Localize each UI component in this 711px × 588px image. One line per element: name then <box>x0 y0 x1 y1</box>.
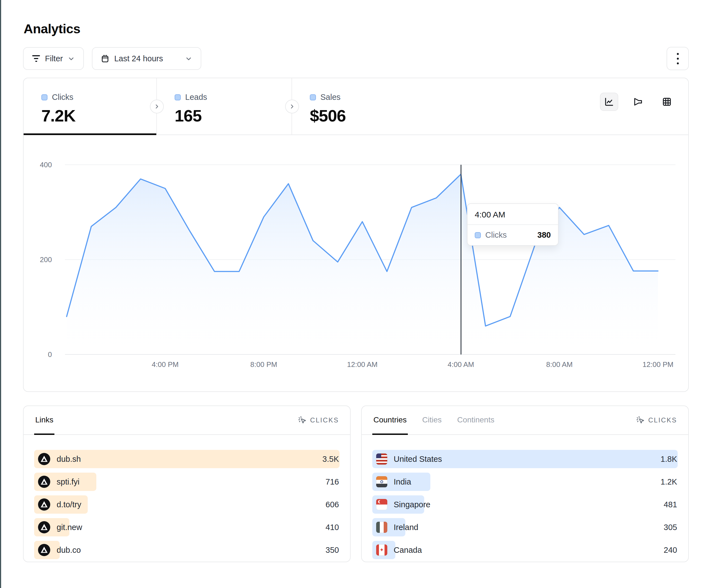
cursor-click-icon <box>636 416 645 425</box>
country-row-clicks: 305 <box>664 523 678 532</box>
funnel-chart-toggle[interactable] <box>629 93 647 111</box>
link-row[interactable]: git.new410 <box>34 518 340 537</box>
crosshair-line <box>460 165 461 355</box>
tooltip-time: 4:00 AM <box>468 204 558 225</box>
flag-ie-icon <box>376 522 387 533</box>
tab-sales[interactable]: Sales $506 <box>292 78 487 135</box>
chart-type-switcher <box>600 93 676 111</box>
line-chart-icon <box>604 96 615 107</box>
tooltip-legend-swatch <box>475 232 481 238</box>
chevron-right-icon <box>289 104 295 110</box>
x-axis-tick: 8:00 PM <box>251 360 277 369</box>
breakdown-panels: Links CLICKS dub.sh3.5Kspti.fyi716d.to/t… <box>23 406 689 562</box>
leads-value: 165 <box>175 106 292 126</box>
link-row[interactable]: dub.sh3.5K <box>34 450 340 468</box>
clicks-area-chart[interactable]: 4:00 AM Clicks 380 40020004:00 PM8:00 PM… <box>24 135 688 392</box>
chevron-down-icon <box>185 55 192 62</box>
country-row-label: Ireland <box>394 523 418 532</box>
dub-link-logo <box>38 453 50 465</box>
dub-link-logo <box>38 498 50 511</box>
link-row[interactable]: spti.fyi716 <box>34 473 340 491</box>
tab-continents[interactable]: Continents <box>456 406 496 435</box>
country-row-label: Singapore <box>394 500 430 509</box>
date-range-button[interactable]: Last 24 hours <box>92 47 201 70</box>
chart-tooltip: 4:00 AM Clicks 380 <box>467 203 559 246</box>
table-grid-icon <box>662 96 672 107</box>
links-sort-by-clicks[interactable]: CLICKS <box>298 406 339 434</box>
kebab-icon <box>677 53 679 64</box>
y-axis-tick: 200 <box>35 255 52 264</box>
x-axis-tick: 8:00 AM <box>546 360 573 369</box>
link-row-clicks: 410 <box>326 523 340 532</box>
country-row[interactable]: United States1.8K <box>372 450 678 468</box>
tab-cities[interactable]: Cities <box>421 406 443 435</box>
link-row-label: dub.sh <box>57 455 81 464</box>
link-row-clicks: 716 <box>326 477 340 487</box>
dub-link-logo <box>38 544 50 556</box>
link-row[interactable]: dub.co350 <box>34 541 340 559</box>
country-row-clicks: 481 <box>664 500 678 509</box>
countries-list: United States1.8KIndia1.2KSingapore481Ir… <box>362 435 688 559</box>
countries-card: CountriesCitiesContinents CLICKS United … <box>361 406 689 562</box>
country-row-clicks: 1.2K <box>661 477 678 487</box>
clicks-legend-swatch <box>41 94 47 100</box>
link-row[interactable]: d.to/try606 <box>34 495 340 514</box>
links-list: dub.sh3.5Kspti.fyi716d.to/try606git.new4… <box>24 435 350 559</box>
countries-sort-label: CLICKS <box>648 416 677 424</box>
link-row-label: git.new <box>57 523 82 532</box>
dub-link-logo <box>38 521 50 533</box>
leads-legend-swatch <box>175 94 181 100</box>
link-row-clicks: 350 <box>326 546 340 555</box>
tab-links[interactable]: Links <box>34 406 55 435</box>
page-title: Analytics <box>24 21 689 36</box>
filter-icon <box>32 55 40 62</box>
analytics-card: Clicks 7.2K Leads 165 <box>23 78 689 392</box>
x-axis-tick: 12:00 PM <box>642 360 673 369</box>
country-row[interactable]: Canada240 <box>372 541 678 559</box>
line-chart-toggle[interactable] <box>600 93 618 111</box>
flag-us-icon <box>376 453 387 465</box>
flag-sg-icon <box>376 499 387 510</box>
x-axis-tick: 4:00 AM <box>448 360 474 369</box>
country-row[interactable]: India1.2K <box>372 473 678 491</box>
sales-legend-swatch <box>310 94 316 100</box>
table-view-toggle[interactable] <box>658 93 676 111</box>
x-axis-tick: 4:00 PM <box>152 360 179 369</box>
area-chart-canvas <box>65 165 675 355</box>
tab-countries[interactable]: Countries <box>372 406 408 435</box>
clicks-value: 7.2K <box>41 106 156 126</box>
stats-tabs-row: Clicks 7.2K Leads 165 <box>24 78 688 135</box>
country-row-clicks: 1.8K <box>661 455 678 464</box>
link-row-label: spti.fyi <box>57 477 80 487</box>
flag-in-icon <box>376 476 387 487</box>
funnel-chart-icon <box>633 96 643 107</box>
country-row[interactable]: Ireland305 <box>372 518 678 537</box>
expand-leads-button[interactable] <box>285 99 299 113</box>
expand-clicks-button[interactable] <box>150 99 164 113</box>
sales-tab-label: Sales <box>320 93 341 102</box>
y-axis-tick: 400 <box>35 161 52 169</box>
countries-sort-by-clicks[interactable]: CLICKS <box>636 406 677 434</box>
country-row[interactable]: Singapore481 <box>372 495 678 514</box>
link-row-clicks: 606 <box>326 500 340 509</box>
dub-link-logo <box>38 476 50 488</box>
filter-button[interactable]: Filter <box>23 47 84 70</box>
tooltip-series-label: Clicks <box>485 230 507 240</box>
flag-ca-icon <box>376 544 387 556</box>
chevron-down-icon <box>67 55 75 62</box>
country-row-label: United States <box>394 455 442 464</box>
cursor-click-icon <box>298 416 307 425</box>
link-row-clicks: 3.5K <box>322 455 340 464</box>
more-menu-button[interactable] <box>667 47 689 70</box>
filter-button-label: Filter <box>45 54 63 63</box>
links-tab-label: Links <box>35 415 53 424</box>
tab-clicks[interactable]: Clicks 7.2K <box>24 78 157 135</box>
toolbar: Filter Last 24 hours <box>23 47 689 70</box>
link-row-label: dub.co <box>57 546 81 555</box>
tab-leads[interactable]: Leads 165 <box>157 78 292 135</box>
country-row-clicks: 240 <box>664 546 678 555</box>
x-axis-tick: 12:00 AM <box>347 360 378 369</box>
country-row-label: India <box>394 477 411 487</box>
links-sort-label: CLICKS <box>310 416 339 424</box>
tooltip-value: 380 <box>538 230 551 240</box>
